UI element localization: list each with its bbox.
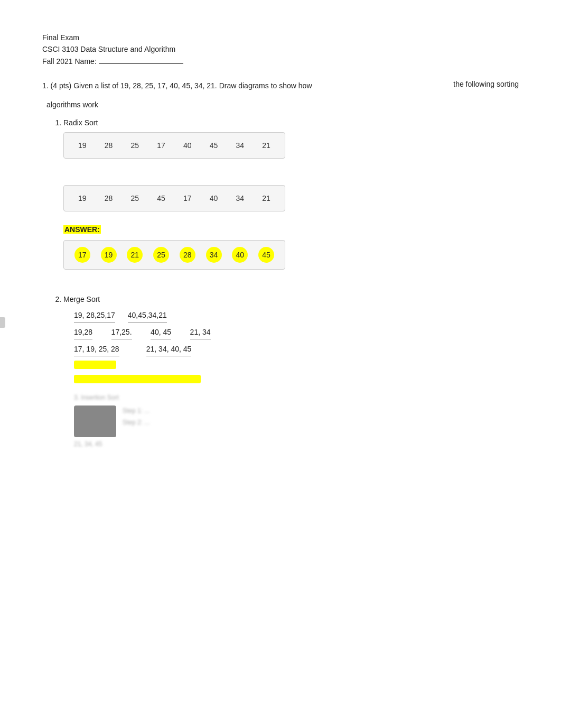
header-line3-prefix: Fall 2021 Name:: [42, 56, 97, 67]
question1-continued: algorithms work: [46, 100, 519, 109]
answer-cell-inner-0: 17: [74, 247, 90, 263]
merge-row2-mid1: 17,25.: [111, 326, 132, 339]
grid2-cell-2: 25: [122, 193, 148, 204]
header-line3: Fall 2021 Name:: [42, 56, 519, 67]
grid1-cell-5: 45: [201, 140, 227, 151]
question1-main: 1. (4 pts) Given a list of 19, 28, 25, 1…: [42, 80, 519, 114]
merge-section: 19, 28,25,17 40,45,34,21 19,28 17,25. 40…: [63, 309, 519, 448]
answer-cell-inner-3: 25: [153, 247, 169, 263]
blurred-block-short: [74, 361, 116, 369]
blurred-q3-section: 3. Insertion Sort Step 1: ... Step 2: ..…: [74, 394, 519, 448]
merge-sort-label: Merge Sort: [63, 295, 100, 303]
answer-cell-inner-5: 34: [206, 247, 222, 263]
grid1-cell-7: 21: [253, 140, 279, 151]
grid1-cell-1: 28: [96, 140, 122, 151]
grid2-cell-6: 34: [227, 193, 254, 204]
answer-cell-0: 17: [69, 247, 96, 263]
blurred-q3-label: 3. Insertion Sort: [74, 394, 519, 401]
name-underline[interactable]: [99, 63, 183, 64]
blurred-side-text: Step 1: ... Step 2: ...: [123, 406, 149, 428]
merge-row3-left: 17, 19, 25, 28: [74, 343, 119, 356]
answer-cell-1: 19: [96, 247, 122, 263]
blurred-q3-extra: 21, 34, 45: [74, 440, 519, 448]
merge-row1: 19, 28,25,17 40,45,34,21: [74, 309, 519, 322]
grid2-cell-1: 28: [96, 193, 122, 204]
radix-grid2: 19 28 25 45 17 40 34 21: [63, 185, 285, 211]
grid2-cell-4: 17: [174, 193, 201, 204]
header-block: Final Exam CSCI 3103 Data Structure and …: [42, 32, 519, 67]
blurred-diagram-img: [74, 406, 116, 437]
blurred-answer-section: [74, 361, 519, 383]
answer-row: 17 19 21 25 28 34 40 45: [63, 240, 285, 270]
blurred-block-long: [74, 375, 201, 383]
header-line1: Final Exam: [42, 32, 519, 43]
grid2-cell-5: 40: [201, 193, 227, 204]
answer-label: ANSWER:: [63, 225, 101, 234]
answer-cell-inner-1: 19: [101, 247, 117, 263]
answer-label-container: ANSWER:: [63, 218, 519, 237]
answer-cell-2: 21: [122, 247, 148, 263]
question1-right-text: the following sorting: [453, 80, 519, 88]
answer-cell-inner-6: 40: [232, 247, 248, 263]
radix-sort-label: Radix Sort: [63, 118, 98, 127]
answer-cell-inner-2: 21: [127, 247, 143, 263]
merge-row1-left: 19, 28,25,17: [74, 309, 115, 322]
merge-row3: 17, 19, 25, 28 21, 34, 40, 45: [74, 343, 519, 356]
grid1-cell-4: 40: [174, 140, 201, 151]
merge-row2-right: 21, 34: [190, 326, 211, 339]
answer-cell-5: 34: [201, 247, 227, 263]
answer-cell-6: 40: [227, 247, 254, 263]
answer-cell-3: 25: [148, 247, 174, 263]
merge-row3-right: 21, 34, 40, 45: [146, 343, 192, 356]
grid2-cell-3: 45: [148, 193, 174, 204]
question1-row: 1. (4 pts) Given a list of 19, 28, 25, 1…: [42, 80, 519, 114]
blurred-image-area: Step 1: ... Step 2: ...: [74, 406, 519, 437]
answer-cell-inner-7: 45: [258, 247, 274, 263]
grid1-cell-0: 19: [69, 140, 96, 151]
merge-row2-left: 19,28: [74, 326, 92, 339]
grid1-cell-2: 25: [122, 140, 148, 151]
grid1-cell-3: 17: [148, 140, 174, 151]
answer-cell-4: 28: [174, 247, 201, 263]
header-line2: CSCI 3103 Data Structure and Algorithm: [42, 43, 519, 55]
grid1-cell-6: 34: [227, 140, 254, 151]
radix-grid1: 19 28 25 17 40 45 34 21: [63, 132, 285, 159]
page-edge-indicator: [0, 317, 5, 328]
sorting-sublist: Radix Sort 19 28 25 17 40 45 34 21 19 28…: [42, 118, 519, 448]
question1-text: 1. (4 pts) Given a list of 19, 28, 25, 1…: [42, 80, 519, 91]
merge-row2: 19,28 17,25. 40, 45 21, 34: [74, 326, 519, 339]
sublist-item-merge: Merge Sort 19, 28,25,17 40,45,34,21 19,2…: [63, 295, 519, 448]
merge-row1-right: 40,45,34,21: [128, 309, 167, 322]
sublist-item-radix: Radix Sort 19 28 25 17 40 45 34 21 19 28…: [63, 118, 519, 289]
grid2-cell-0: 19: [69, 193, 96, 204]
question1-text-main: 1. (4 pts) Given a list of 19, 28, 25, 1…: [42, 81, 312, 90]
answer-cell-7: 45: [253, 247, 279, 263]
merge-row2-mid2: 40, 45: [151, 326, 171, 339]
answer-cell-inner-4: 28: [180, 247, 195, 263]
grid2-cell-7: 21: [253, 193, 279, 204]
